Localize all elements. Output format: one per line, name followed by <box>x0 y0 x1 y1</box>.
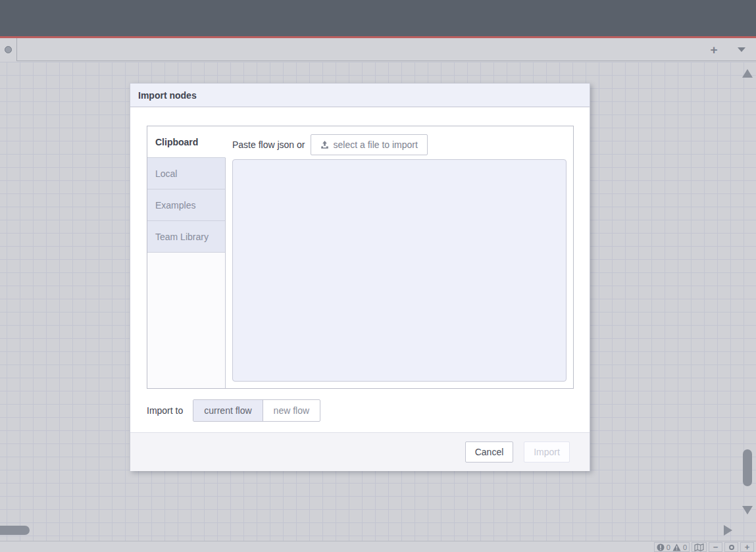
tab-examples-label: Examples <box>155 200 195 211</box>
tab-local-label: Local <box>155 168 177 179</box>
tab-column-filler <box>147 253 226 388</box>
navigator-toggle-button[interactable] <box>692 542 707 552</box>
workspace-tab-bar: + <box>0 38 756 61</box>
status-bar: 0 0 − + <box>0 541 756 552</box>
dialog-titlebar: Import nodes <box>130 84 590 107</box>
zoom-out-button[interactable]: − <box>709 542 722 552</box>
dialog-footer: Cancel Import <box>130 432 590 471</box>
import-box: Clipboard Local Examples Team Library Pa… <box>147 126 574 389</box>
upload-icon <box>320 141 329 149</box>
import-to-row: Import to current flow new flow <box>147 399 320 422</box>
zoom-in-icon: + <box>745 543 750 551</box>
add-flow-button[interactable]: + <box>705 40 723 59</box>
flow-list-button[interactable] <box>732 40 751 59</box>
select-file-button[interactable]: select a file to import <box>311 134 428 155</box>
import-to-label: Import to <box>147 405 183 416</box>
dialog-title: Import nodes <box>138 90 197 101</box>
import-tabs: Clipboard Local Examples Team Library <box>147 126 226 388</box>
tab-local[interactable]: Local <box>147 158 226 189</box>
tab-clipboard-label: Clipboard <box>155 137 198 147</box>
paste-flow-label: Paste flow json or <box>232 139 305 150</box>
workspace-tab-active[interactable] <box>0 38 17 61</box>
tab-team-library-label: Team Library <box>155 232 209 242</box>
exclamation-circle-icon <box>657 543 665 551</box>
vertical-scrollbar-thumb[interactable] <box>743 449 752 486</box>
import-button[interactable]: Import <box>524 441 570 463</box>
warning-triangle-icon <box>672 543 681 551</box>
zoom-reset-icon <box>729 545 734 550</box>
scroll-up-icon[interactable] <box>742 69 753 78</box>
import-nodes-dialog: Import nodes Clipboard Local Examples Te… <box>130 83 590 471</box>
scroll-down-icon[interactable] <box>742 506 753 514</box>
circle-icon <box>5 46 12 53</box>
dialog-body: Clipboard Local Examples Team Library Pa… <box>130 107 590 432</box>
horizontal-scrollbar-thumb[interactable] <box>0 526 30 535</box>
error-count: 0 <box>667 543 670 551</box>
notifications-counter[interactable]: 0 0 <box>654 542 690 552</box>
app-header <box>0 0 756 36</box>
zoom-out-icon: − <box>713 543 718 551</box>
clipboard-pane: Paste flow json or select a file to impo… <box>226 126 573 388</box>
chevron-down-icon <box>738 47 745 52</box>
import-destination-toggle: current flow new flow <box>193 399 320 422</box>
current-flow-button[interactable]: current flow <box>193 400 263 421</box>
tab-examples[interactable]: Examples <box>147 189 226 221</box>
plus-icon: + <box>710 43 717 56</box>
map-icon <box>694 543 704 551</box>
import-json-textarea[interactable] <box>232 159 567 382</box>
zoom-in-button[interactable]: + <box>740 542 754 552</box>
zoom-reset-button[interactable] <box>724 542 738 552</box>
warning-count: 0 <box>683 543 687 551</box>
tab-clipboard[interactable]: Clipboard <box>147 126 226 158</box>
tab-team-library[interactable]: Team Library <box>147 221 226 253</box>
cancel-button[interactable]: Cancel <box>465 441 513 463</box>
scroll-right-icon[interactable] <box>724 525 732 536</box>
select-file-button-label: select a file to import <box>334 139 418 150</box>
new-flow-button[interactable]: new flow <box>263 400 320 421</box>
